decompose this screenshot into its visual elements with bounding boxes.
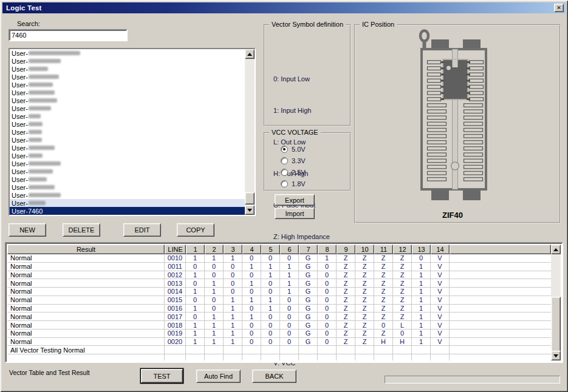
column-header[interactable]: 1 bbox=[186, 245, 205, 254]
line-cell: 0011 bbox=[165, 263, 186, 271]
blurred-text bbox=[29, 122, 43, 126]
column-header[interactable]: 12 bbox=[393, 245, 412, 254]
list-item[interactable]: User- bbox=[10, 89, 245, 96]
list-item[interactable]: User- bbox=[10, 73, 245, 81]
column-header[interactable]: LINE bbox=[165, 245, 186, 254]
list-item[interactable]: User- bbox=[10, 199, 245, 207]
vector-cell: 0 bbox=[318, 279, 337, 288]
vector-cell: V bbox=[431, 254, 450, 263]
window-title: Logic Test bbox=[6, 4, 42, 12]
table-row[interactable]: Normal 0010 1 1 1 0 0 0 G 1 Z Z Z Z bbox=[7, 254, 551, 263]
list-scrollbar[interactable] bbox=[245, 49, 255, 215]
radio-button-icon[interactable] bbox=[281, 169, 288, 176]
list-item[interactable]: User- bbox=[10, 160, 245, 167]
table-row[interactable]: Normal 0018 1 1 1 0 0 0 G 0 Z Z 0 L bbox=[7, 321, 551, 329]
close-button[interactable]: ✕ bbox=[554, 4, 564, 12]
radio-button-icon[interactable] bbox=[281, 157, 288, 164]
radio-button-icon[interactable] bbox=[281, 146, 288, 153]
column-header[interactable]: 5 bbox=[261, 245, 280, 254]
vector-cell: 1 bbox=[261, 271, 280, 280]
delete-button[interactable]: DELETE bbox=[63, 223, 100, 237]
column-header[interactable]: 8 bbox=[318, 245, 337, 254]
scroll-up-button[interactable] bbox=[551, 245, 561, 254]
vector-cell: G bbox=[299, 296, 318, 305]
table-row[interactable]: Normal 0020 1 1 1 0 0 0 G 0 Z Z H H bbox=[7, 338, 551, 346]
back-button[interactable]: BACK bbox=[252, 370, 296, 383]
column-header[interactable]: Result bbox=[7, 245, 165, 254]
vector-cell: 1 bbox=[205, 313, 224, 321]
list-item[interactable]: User- bbox=[10, 144, 245, 152]
new-button[interactable]: NEW bbox=[9, 223, 46, 237]
export-button[interactable]: Export bbox=[275, 194, 315, 206]
auto-find-button[interactable]: Auto Find bbox=[196, 370, 241, 383]
vector-cell: 1 bbox=[280, 279, 299, 288]
scroll-thumb[interactable] bbox=[245, 192, 255, 204]
list-item-selected[interactable]: User-7460 bbox=[10, 207, 245, 215]
column-header[interactable] bbox=[450, 245, 551, 254]
list-item[interactable]: User- bbox=[10, 136, 245, 144]
table-row[interactable]: Normal 0017 0 1 1 1 0 0 G 0 Z Z Z Z bbox=[7, 313, 551, 321]
table-row[interactable]: All Vector Testing Normal bbox=[7, 346, 551, 354]
column-header[interactable]: 3 bbox=[224, 245, 242, 254]
list-item[interactable]: User- bbox=[10, 152, 245, 160]
test-button[interactable]: TEST bbox=[141, 369, 183, 383]
search-label: Search: bbox=[17, 20, 40, 27]
list-item[interactable]: User- bbox=[10, 96, 245, 104]
table-row[interactable]: Normal 0015 0 0 1 1 1 0 G 0 Z Z Z Z bbox=[7, 296, 551, 305]
user-list[interactable]: User- User- User- User- bbox=[9, 48, 256, 216]
import-button[interactable]: Import bbox=[275, 208, 315, 219]
table-row[interactable]: Normal 0019 1 1 1 0 0 0 G 0 Z Z Z 0 bbox=[7, 329, 551, 338]
up-arrow-icon bbox=[553, 248, 558, 251]
column-header[interactable]: 13 bbox=[412, 245, 431, 254]
vector-cell bbox=[261, 354, 280, 360]
vector-cell: G bbox=[299, 254, 318, 263]
table-row[interactable]: Normal 0011 0 0 0 1 1 1 G 0 Z Z Z Z bbox=[7, 263, 551, 271]
radio-button-icon[interactable] bbox=[281, 180, 288, 188]
list-item[interactable]: User- bbox=[10, 57, 245, 65]
column-header[interactable]: 9 bbox=[337, 245, 355, 254]
list-item[interactable]: User- bbox=[10, 183, 245, 191]
scroll-down-button[interactable] bbox=[245, 205, 255, 215]
vcc-option[interactable]: 2.5V bbox=[281, 166, 350, 178]
table-row[interactable]: Normal 0012 1 0 0 0 1 1 G 0 Z Z Z Z bbox=[7, 271, 551, 280]
list-item[interactable]: User- bbox=[10, 49, 245, 57]
table-row[interactable] bbox=[7, 354, 551, 360]
list-item[interactable]: User- bbox=[10, 81, 245, 89]
search-input[interactable] bbox=[9, 29, 128, 41]
list-item[interactable]: User- bbox=[10, 65, 245, 73]
table-row[interactable]: Normal 0013 0 1 0 1 0 1 G 0 Z Z Z Z bbox=[7, 279, 551, 288]
vcc-option[interactable]: 5.0V bbox=[281, 143, 350, 155]
edit-button[interactable]: EDIT bbox=[123, 223, 161, 237]
list-item-prefix: User- bbox=[12, 89, 28, 96]
table-row[interactable]: Normal 0014 1 1 0 0 0 1 G 0 Z Z Z Z bbox=[7, 288, 551, 296]
list-item[interactable]: User- bbox=[10, 120, 245, 128]
column-header[interactable]: 11 bbox=[374, 245, 393, 254]
vector-cell: Z bbox=[337, 254, 355, 263]
column-header[interactable]: 7 bbox=[299, 245, 318, 254]
line-cell: 0018 bbox=[165, 321, 186, 329]
scroll-thumb[interactable] bbox=[551, 297, 561, 353]
vector-cell: G bbox=[299, 321, 318, 329]
vcc-option[interactable]: 3.3V bbox=[281, 155, 350, 166]
vcc-voltage-legend: VCC VOLTAGE bbox=[269, 129, 321, 136]
scroll-down-button[interactable] bbox=[551, 351, 561, 360]
scroll-up-button[interactable] bbox=[245, 49, 255, 59]
copy-button[interactable]: COPY bbox=[177, 223, 214, 237]
column-header[interactable]: 10 bbox=[355, 245, 374, 254]
column-header[interactable]: 6 bbox=[280, 245, 299, 254]
vector-cell: 1 bbox=[280, 288, 299, 296]
vcc-option[interactable]: 1.8V bbox=[281, 178, 350, 189]
table-scrollbar[interactable] bbox=[551, 245, 561, 360]
vector-cell bbox=[318, 346, 337, 354]
list-item[interactable]: User- bbox=[10, 175, 245, 183]
list-item[interactable]: User- bbox=[10, 167, 245, 175]
column-header[interactable]: 2 bbox=[205, 245, 224, 254]
list-item[interactable]: User- bbox=[10, 112, 245, 120]
column-header[interactable]: 4 bbox=[242, 245, 261, 254]
column-header[interactable]: 14 bbox=[431, 245, 450, 254]
list-item[interactable]: User- bbox=[10, 191, 245, 199]
table-row[interactable]: Normal 0016 1 0 1 0 1 0 G 0 Z Z Z Z bbox=[7, 305, 551, 313]
list-item[interactable]: User- bbox=[10, 104, 245, 112]
title-bar[interactable]: Logic Test ✕ bbox=[2, 2, 566, 13]
list-item[interactable]: User- bbox=[10, 128, 245, 136]
